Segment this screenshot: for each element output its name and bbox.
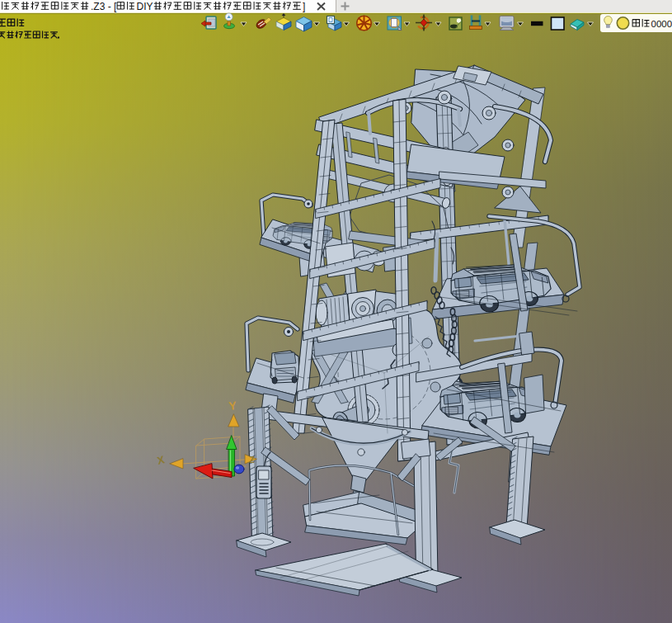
svg-text:Z: Z (249, 455, 255, 465)
